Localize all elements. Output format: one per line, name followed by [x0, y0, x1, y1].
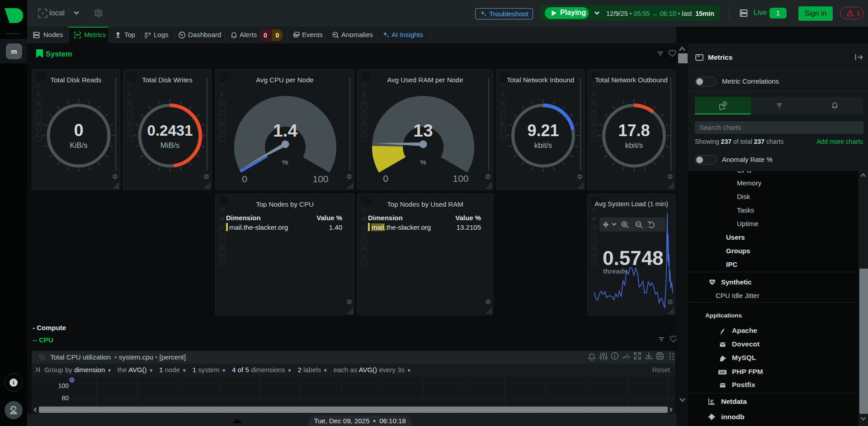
svg-text:0: 0 [242, 174, 247, 184]
svg-text:100: 100 [453, 173, 468, 184]
svg-text:100: 100 [312, 174, 328, 184]
svg-text:0: 0 [383, 173, 388, 184]
